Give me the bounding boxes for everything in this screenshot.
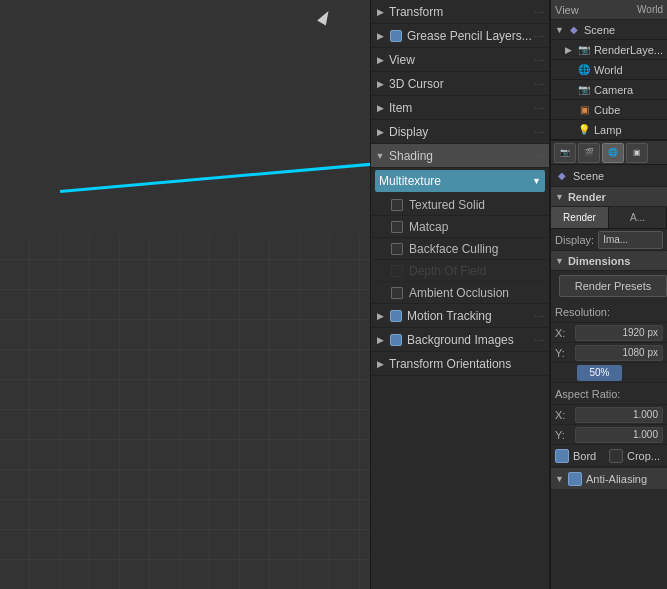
bord-checkbox[interactable]: [555, 449, 569, 463]
motion-checkbox-icon: [389, 309, 403, 323]
outliner-renderlayer-row[interactable]: ▶ 📷 RenderLaye...: [551, 40, 667, 60]
bg-dots: ···: [534, 335, 545, 345]
display-value[interactable]: Ima...: [598, 231, 663, 249]
transform-dots: ···: [534, 7, 545, 17]
ambient-occlusion-row[interactable]: Ambient Occlusion: [371, 282, 549, 304]
crop-checkbox[interactable]: [609, 449, 623, 463]
resolution-label: Resolution:: [555, 306, 663, 318]
aspect-ratio-row: Aspect Ratio:: [551, 383, 667, 405]
motion-dots: ···: [534, 311, 545, 321]
world-header-label[interactable]: World: [637, 4, 663, 15]
textured-solid-label: Textured Solid: [409, 198, 485, 212]
prop-world-btn[interactable]: 🌐: [602, 143, 624, 163]
view-label: View: [389, 53, 534, 67]
shading-submenu: Textured Solid Matcap Backface Culling D…: [371, 194, 549, 304]
renderlayer-icon: 📷: [577, 43, 591, 57]
3d-cursor-row[interactable]: ▶ 3D Cursor ···: [371, 72, 549, 96]
bg-expand-icon: ▶: [375, 335, 385, 345]
backface-culling-checkbox[interactable]: [391, 243, 403, 255]
item-expand-icon: ▶: [375, 103, 385, 113]
depth-of-field-label: Depth Of Field: [409, 264, 486, 278]
cursor-arrow-icon: [317, 8, 333, 25]
shading-label: Shading: [389, 149, 534, 163]
outliner-header: View World: [551, 0, 667, 20]
transform-label: Transform: [389, 5, 534, 19]
shading-row[interactable]: ▼ Shading ···: [371, 144, 549, 168]
aspect-x-label: X:: [555, 409, 575, 421]
depth-of-field-checkbox: [391, 265, 403, 277]
aspect-y-value[interactable]: 1.000: [575, 427, 663, 443]
textured-solid-row[interactable]: Textured Solid: [371, 194, 549, 216]
res-x-value[interactable]: 1920 px: [575, 325, 663, 341]
outliner-world-row[interactable]: 🌐 World: [551, 60, 667, 80]
dimensions-label: Dimensions: [568, 255, 630, 267]
textured-solid-checkbox[interactable]: [391, 199, 403, 211]
bord-label: Bord: [573, 450, 609, 462]
grease-pencil-row[interactable]: ▶ Grease Pencil Layers... ···: [371, 24, 549, 48]
render-presets-btn[interactable]: Render Presets: [559, 275, 667, 297]
cube-label: Cube: [594, 104, 663, 116]
transform-row[interactable]: ▶ Transform ···: [371, 0, 549, 24]
render-presets-label: Render Presets: [575, 280, 651, 292]
cursor-label: 3D Cursor: [389, 77, 534, 91]
world-icon: 🌐: [577, 63, 591, 77]
aspect-x-value[interactable]: 1.000: [575, 407, 663, 423]
camera-label: Camera: [594, 84, 663, 96]
cube-icon: ▣: [577, 103, 591, 117]
render-tab-label: Render: [563, 212, 596, 223]
aspect-y-row: Y: 1.000: [551, 425, 667, 445]
outliner-camera-row[interactable]: 📷 Camera: [551, 80, 667, 100]
render-expand-icon: ▼: [555, 192, 564, 202]
view-row[interactable]: ▶ View ···: [371, 48, 549, 72]
aspect-ratio-label: Aspect Ratio:: [555, 388, 663, 400]
display-dots: ···: [534, 127, 545, 137]
percent-row: 50%: [551, 363, 667, 383]
background-images-row[interactable]: ▶ Background Images ···: [371, 328, 549, 352]
res-y-value[interactable]: 1080 px: [575, 345, 663, 361]
render-tabs: Render A...: [551, 207, 667, 229]
item-row[interactable]: ▶ Item ···: [371, 96, 549, 120]
scene-expand-icon: ▼: [555, 25, 565, 35]
matcap-row[interactable]: Matcap: [371, 216, 549, 238]
prop-render-btn[interactable]: 📷: [554, 143, 576, 163]
n-panel: ▶ Transform ··· ▶ Grease Pencil Layers..…: [370, 0, 550, 589]
motion-tracking-row[interactable]: ▶ Motion Tracking ···: [371, 304, 549, 328]
renderlayer-expand-icon: ▶: [565, 45, 575, 55]
prop-obj-btn[interactable]: ▣: [626, 143, 648, 163]
ambient-occlusion-checkbox[interactable]: [391, 287, 403, 299]
item-dots: ···: [534, 103, 545, 113]
properties-scene-row: ◆ Scene: [551, 165, 667, 187]
anti-aliasing-row[interactable]: ▼ Anti-Aliasing: [551, 467, 667, 489]
properties-scene-icon: ◆: [555, 169, 569, 183]
res-y-label: Y:: [555, 347, 575, 359]
outliner-cube-row[interactable]: ▣ Cube: [551, 100, 667, 120]
multitexture-dropdown[interactable]: Multitexture ▼: [375, 170, 545, 192]
render-tab-anim[interactable]: A...: [609, 207, 667, 228]
transform-orientations-row[interactable]: ▶ Transform Orientations: [371, 352, 549, 376]
view-header-label: View: [555, 4, 633, 16]
aspect-y-label: Y:: [555, 429, 575, 441]
aa-label: Anti-Aliasing: [586, 473, 647, 485]
backface-culling-label: Backface Culling: [409, 242, 498, 256]
aspect-x-row: X: 1.000: [551, 405, 667, 425]
multitexture-label: Multitexture: [379, 174, 532, 188]
lamp-icon: 💡: [577, 123, 591, 137]
prop-scene-btn[interactable]: 🎬: [578, 143, 600, 163]
aa-checkbox[interactable]: [568, 472, 582, 486]
display-row[interactable]: ▶ Display ···: [371, 120, 549, 144]
percent-btn[interactable]: 50%: [577, 365, 622, 381]
backface-culling-row[interactable]: Backface Culling: [371, 238, 549, 260]
matcap-checkbox[interactable]: [391, 221, 403, 233]
viewport-grid: [0, 236, 370, 589]
view-expand-icon: ▶: [375, 55, 385, 65]
render-section-header[interactable]: ▼ Render: [551, 187, 667, 207]
anim-tab-label: A...: [630, 212, 645, 223]
ambient-occlusion-label: Ambient Occlusion: [409, 286, 509, 300]
render-presets-container: Render Presets: [551, 271, 667, 301]
render-tab-render[interactable]: Render: [551, 207, 609, 228]
dimensions-header[interactable]: ▼ Dimensions: [551, 251, 667, 271]
right-panel: View World ▼ ◆ Scene ▶ 📷 RenderLaye... 🌐…: [550, 0, 667, 589]
outliner-lamp-row[interactable]: 💡 Lamp: [551, 120, 667, 140]
display-row: Display: Ima...: [551, 229, 667, 251]
outliner-scene-row[interactable]: ▼ ◆ Scene: [551, 20, 667, 40]
